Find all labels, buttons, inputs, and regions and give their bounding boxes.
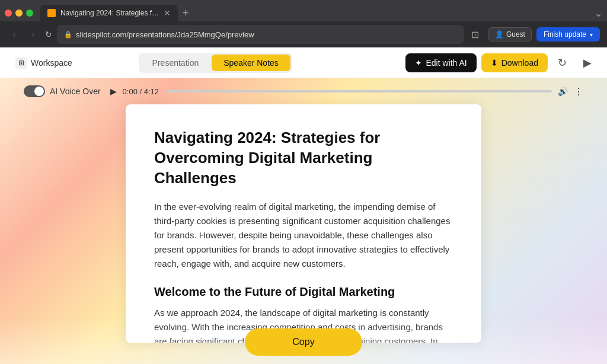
copy-button[interactable]: Copy	[245, 328, 362, 356]
workspace-button[interactable]: ⊞ Workspace	[9, 53, 78, 72]
toolbar-actions: ✦ Edit with AI ⬇ Download ↻ ▶	[405, 53, 598, 73]
tab-favicon	[47, 9, 56, 17]
chevron-down-icon: ▾	[590, 31, 593, 38]
volume-icon[interactable]: 🔊	[558, 87, 568, 96]
edit-ai-label: Edit with AI	[426, 58, 467, 68]
lock-icon: 🔒	[64, 31, 72, 39]
traffic-lights	[5, 9, 33, 17]
section1-title: Welcome to the Future of Digital Marketi…	[154, 285, 453, 299]
document-panel: Navigating 2024: Strategies for Overcomi…	[126, 104, 481, 343]
guest-icon: 👤	[495, 30, 504, 39]
audio-time: 0:00 / 4:12	[123, 87, 159, 96]
workspace-icon: ⊞	[15, 57, 27, 69]
ai-voice-over-label: AI Voice Over	[50, 87, 101, 96]
browser-tab[interactable]: Navigating 2024: Strategies f… ✕	[40, 5, 178, 21]
audio-progress-bar[interactable]	[165, 90, 552, 92]
tab-bar: Navigating 2024: Strategies f… ✕ + ⌄	[0, 0, 607, 21]
toggle-thumb	[34, 87, 44, 96]
tab-presentation[interactable]: Presentation	[140, 55, 211, 71]
tab-speaker-notes[interactable]: Speaker Notes	[212, 55, 290, 71]
document-title: Navigating 2024: Strategies for Overcomi…	[154, 128, 453, 188]
new-tab-button[interactable]: +	[183, 8, 189, 18]
ai-voice-over-toggle[interactable]	[24, 85, 45, 97]
reader-mode-button[interactable]: ⊡	[471, 29, 479, 40]
ai-star-icon: ✦	[415, 58, 422, 68]
guest-label: Guest	[506, 30, 525, 39]
audio-player: AI Voice Over ▶ 0:00 / 4:12 🔊 ⋮	[0, 78, 607, 104]
download-button[interactable]: ⬇ Download	[481, 53, 548, 72]
tab-expand-button[interactable]: ⌄	[595, 8, 602, 19]
audio-controls: ▶ 0:00 / 4:12 🔊 ⋮	[110, 86, 583, 97]
reload-button[interactable]: ↻	[45, 30, 52, 39]
content-area: AI Voice Over ▶ 0:00 / 4:12 🔊 ⋮ Navigati…	[0, 78, 607, 364]
app-toolbar: ⊞ Workspace Presentation Speaker Notes ✦…	[0, 47, 607, 78]
audio-play-button[interactable]: ▶	[110, 87, 117, 96]
forward-button[interactable]: ›	[26, 27, 40, 41]
browser-actions: 👤 Guest Finish update ▾	[488, 27, 600, 41]
back-button[interactable]: ‹	[7, 27, 21, 41]
finish-update-label: Finish update	[544, 30, 586, 39]
tab-title: Navigating 2024: Strategies f…	[60, 9, 159, 17]
download-icon: ⬇	[491, 58, 498, 68]
minimize-window-button[interactable]	[15, 9, 23, 17]
address-bar[interactable]: 🔒 slidespilot.com/presentations/Jda25Mmg…	[57, 25, 464, 44]
address-bar-row: ‹ › ↻ 🔒 slidespilot.com/presentations/Jd…	[0, 21, 607, 47]
audio-more-button[interactable]: ⋮	[574, 86, 583, 97]
play-button[interactable]: ▶	[577, 53, 598, 73]
edit-with-ai-button[interactable]: ✦ Edit with AI	[405, 53, 476, 72]
finish-update-button[interactable]: Finish update ▾	[536, 27, 600, 41]
document-intro: In the ever-evolving realm of digital ma…	[154, 200, 453, 271]
guest-button[interactable]: 👤 Guest	[488, 27, 532, 41]
browser-chrome: Navigating 2024: Strategies f… ✕ + ⌄ ‹ ›…	[0, 0, 607, 47]
url-text: slidespilot.com/presentations/Jda25MmgQe…	[76, 30, 254, 39]
workspace-label: Workspace	[31, 58, 72, 68]
tab-close-button[interactable]: ✕	[164, 9, 171, 17]
close-window-button[interactable]	[5, 9, 12, 17]
copy-button-overlay: Copy	[0, 317, 607, 364]
app-tab-group: Presentation Speaker Notes	[139, 53, 292, 73]
refresh-button[interactable]: ↻	[552, 53, 573, 73]
download-label: Download	[501, 58, 538, 68]
fullscreen-window-button[interactable]	[26, 9, 33, 17]
ai-voice-over-toggle-group: AI Voice Over	[24, 85, 101, 97]
